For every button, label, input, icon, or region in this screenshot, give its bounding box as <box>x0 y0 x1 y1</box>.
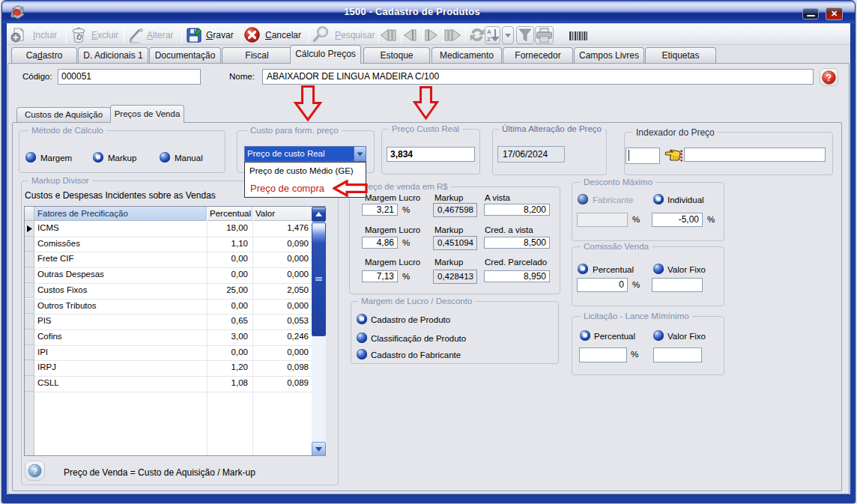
svg-text:A: A <box>487 28 491 35</box>
svg-text:Z: Z <box>487 36 491 43</box>
svg-text:?: ? <box>32 467 37 476</box>
svg-text:?: ? <box>826 73 832 83</box>
